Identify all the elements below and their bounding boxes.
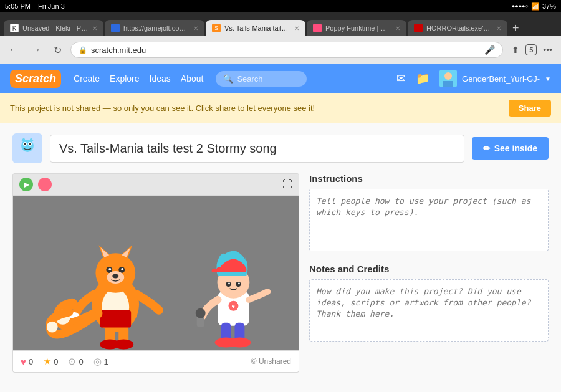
- new-tab-button[interactable]: +: [509, 22, 523, 35]
- instructions-textarea[interactable]: [309, 189, 549, 251]
- view-count: 1: [104, 357, 108, 366]
- url-text: scratch.mit.edu: [91, 45, 481, 55]
- avatar-image: [439, 70, 457, 87]
- warning-message: This project is not shared — so only you…: [10, 103, 315, 113]
- stat-remixes: ⊙ 0: [68, 356, 83, 367]
- project-header: Vs. Tails-Mania tails test 2 Stormy song…: [12, 133, 549, 163]
- chevron-down-icon: ▼: [545, 75, 551, 82]
- scratch-header: Scratch Create Explore Ideas About 🔍 ✉ 📁…: [0, 64, 561, 93]
- svg-point-46: [228, 338, 251, 348]
- svg-rect-30: [100, 310, 131, 328]
- fullscreen-button[interactable]: ⛶: [282, 179, 292, 190]
- stop-button[interactable]: [38, 178, 52, 191]
- project-area: ▶ ⛶: [12, 173, 549, 373]
- tab-close-kleki[interactable]: ✕: [92, 25, 97, 32]
- microphone-button[interactable]: 🎤: [484, 45, 495, 55]
- refresh-button[interactable]: ↻: [50, 42, 65, 59]
- notes-textarea[interactable]: [309, 279, 549, 342]
- address-bar[interactable]: 🔒 scratch.mit.edu 🎤: [70, 42, 503, 58]
- search-icon: 🔍: [223, 74, 233, 84]
- nav-ideas[interactable]: Ideas: [150, 74, 171, 84]
- heart-icon: ♥: [21, 356, 26, 367]
- username: GenderBent_Yuri-GJ-: [462, 74, 540, 84]
- views-icon: ◎: [94, 356, 102, 367]
- project-thumbnail: [12, 133, 42, 163]
- svg-point-32: [47, 322, 58, 333]
- stat-views: ◎ 1: [94, 356, 108, 367]
- tab-kleki[interactable]: K Unsaved - Kleki - Pain… ✕: [4, 20, 103, 36]
- tab-favicon-scratch: S: [212, 24, 221, 32]
- messages-button[interactable]: ✉: [396, 72, 406, 85]
- tab-horror[interactable]: HORRORtails.exe's Pro… ✕: [408, 20, 507, 36]
- remix-icon: ⊙: [68, 356, 76, 367]
- stage-canvas: ♥: [12, 195, 299, 351]
- tab-label-scratch: Vs. Tails-Mania tails te…: [224, 24, 290, 32]
- info-panel: Instructions Notes and Credits: [309, 173, 549, 373]
- svg-point-7: [24, 143, 26, 145]
- tab-label-poppy: Poppy Funktime | Funk…: [325, 24, 391, 32]
- user-menu[interactable]: GenderBent_Yuri-GJ- ▼: [439, 70, 551, 87]
- nav-actions: ⬆ 5 •••: [508, 42, 556, 57]
- svg-text:♥: ♥: [231, 304, 234, 310]
- tab-scratch[interactable]: S Vs. Tails-Mania tails te… ✕: [206, 20, 305, 36]
- tab-count-button[interactable]: 5: [525, 44, 537, 55]
- project-title: Vs. Tails-Mania tails test 2 Stormy song: [59, 141, 277, 155]
- love-count: 0: [29, 357, 33, 366]
- remix-count: 0: [79, 357, 83, 366]
- tab-close-poppy[interactable]: ✕: [395, 25, 400, 32]
- unshared-badge: © Unshared: [251, 357, 291, 366]
- status-bar-right: ●●●●○ 📶 37%: [512, 2, 556, 11]
- tab-close-horror[interactable]: ✕: [496, 25, 501, 32]
- stage-controls: ▶: [19, 178, 52, 191]
- time: 5:05 PM: [5, 2, 31, 10]
- search-input[interactable]: [237, 74, 299, 84]
- nav-bar: ← → ↻ 🔒 scratch.mit.edu 🎤 ⬆ 5 •••: [0, 36, 561, 64]
- star-icon: ★: [43, 356, 51, 367]
- stage-footer: ♥ 0 ★ 0 ⊙ 0 ◎ 1 © Unsh: [12, 351, 299, 373]
- instructions-title: Instructions: [309, 173, 549, 184]
- scratch-logo[interactable]: Scratch: [10, 70, 61, 88]
- tab-poppy[interactable]: Poppy Funktime | Funk… ✕: [307, 20, 406, 36]
- stage-scene: ♥: [13, 195, 299, 351]
- scratch-search[interactable]: 🔍: [216, 71, 307, 87]
- tab-bar: K Unsaved - Kleki - Pain… ✕ https://game…: [0, 12, 561, 36]
- svg-rect-36: [212, 269, 224, 272]
- tab-favicon-gj: [111, 24, 120, 32]
- svg-point-42: [196, 308, 206, 318]
- tab-close-gamejolt[interactable]: ✕: [193, 25, 198, 32]
- stat-favorites: ★ 0: [43, 356, 58, 367]
- tab-label-kleki: Unsaved - Kleki - Pain…: [22, 24, 89, 32]
- nav-create[interactable]: Create: [74, 74, 100, 84]
- notes-title: Notes and Credits: [309, 264, 549, 274]
- stat-loves: ♥ 0: [21, 356, 33, 367]
- stat-group: ♥ 0 ★ 0 ⊙ 0 ◎ 1: [21, 356, 108, 367]
- instructions-section: Instructions: [309, 173, 549, 254]
- tab-gamejolt[interactable]: https://gamejolt.com/c… ✕: [105, 20, 204, 36]
- nav-explore[interactable]: Explore: [110, 74, 139, 84]
- tab-favicon-kleki: K: [10, 24, 19, 32]
- svg-point-22: [121, 268, 123, 270]
- my-stuff-button[interactable]: 📁: [416, 72, 429, 85]
- svg-point-39: [228, 282, 230, 284]
- pencil-icon: ✏: [483, 143, 491, 153]
- green-flag-button[interactable]: ▶: [19, 178, 33, 191]
- svg-point-1: [444, 72, 452, 80]
- nav-about[interactable]: About: [181, 74, 204, 84]
- share-button[interactable]: Share: [509, 100, 551, 117]
- scratch-header-right: ✉ 📁 GenderBent_Yuri-GJ- ▼: [396, 70, 551, 87]
- tab-favicon-horror: [414, 24, 423, 32]
- see-inside-button[interactable]: ✏ See inside: [472, 137, 549, 160]
- more-options-button[interactable]: •••: [539, 42, 556, 57]
- tab-favicon-poppy: [313, 24, 322, 32]
- svg-point-8: [29, 143, 31, 145]
- status-bar: 5:05 PM Fri Jun 3 ●●●●○ 📶 37%: [0, 0, 561, 12]
- tab-close-scratch[interactable]: ✕: [294, 25, 299, 32]
- warning-banner: This project is not shared — so only you…: [0, 93, 561, 123]
- battery: 37%: [542, 2, 556, 10]
- forward-button[interactable]: →: [27, 42, 45, 58]
- back-button[interactable]: ←: [5, 42, 22, 58]
- scratch-nav: Create Explore Ideas About: [74, 74, 203, 84]
- main-content: Vs. Tails-Mania tails test 2 Stormy song…: [0, 123, 561, 383]
- share-page-button[interactable]: ⬆: [508, 42, 523, 57]
- svg-point-24: [112, 274, 118, 278]
